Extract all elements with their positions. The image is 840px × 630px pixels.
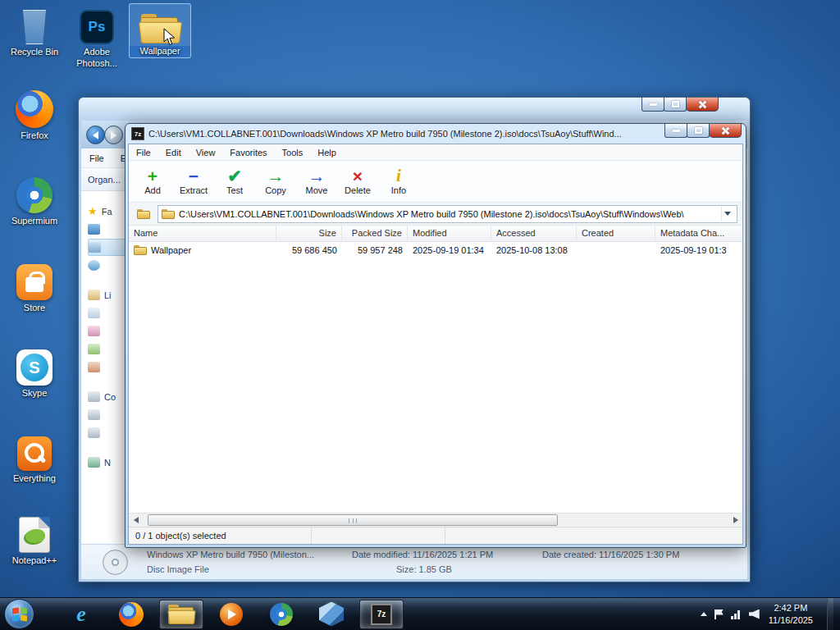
mouse-cursor (163, 28, 176, 46)
desktop-icon-wallpaper[interactable]: Wallpaper (129, 3, 191, 58)
taskbar-media-player[interactable] (209, 600, 253, 629)
menu-edit[interactable]: Edit (158, 148, 189, 158)
nav-pictures[interactable] (88, 340, 127, 358)
test-button[interactable]: ✔ Test (216, 162, 253, 200)
nav-computer[interactable]: Co (88, 388, 127, 405)
desktop-icon-store[interactable]: Store (3, 261, 66, 314)
scroll-right-button[interactable] (728, 514, 742, 527)
scrollbar-track[interactable] (143, 514, 728, 527)
maximize-button[interactable] (687, 124, 710, 138)
add-button[interactable]: + Add (134, 162, 171, 200)
nav-label: N (104, 458, 111, 468)
firefox-icon (16, 90, 53, 128)
menu-tools[interactable]: Tools (275, 148, 311, 158)
address-bar[interactable]: C:\Users\VM1.COLLABNET.001\Downloads\Win… (158, 205, 737, 223)
organize-button[interactable]: Organ... (81, 175, 127, 185)
desktop-icon-label: Store (4, 303, 65, 314)
column-accessed[interactable]: Accessed (491, 226, 577, 241)
7zip-titlebar[interactable]: 7z C:\Users\VM1.COLLABNET.001\Downloads\… (128, 124, 743, 144)
7zip-file-list: Name Size Packed Size Modified Accessed … (129, 226, 742, 527)
minimize-button[interactable] (664, 124, 687, 138)
nav-downloads-selected[interactable] (88, 239, 127, 256)
explorer-folder-icon (168, 605, 194, 624)
list-empty-area (129, 258, 742, 513)
move-button[interactable]: → Move (298, 162, 336, 200)
nav-recent[interactable] (88, 257, 127, 274)
nav-network[interactable]: N (88, 454, 127, 471)
taskbar-clock[interactable]: 2:42 PM 11/16/2025 (767, 602, 819, 627)
up-one-level-button[interactable] (134, 205, 153, 222)
copy-button[interactable]: → Copy (257, 162, 294, 200)
desktop-icon-label: Skype (4, 388, 65, 399)
desktop-icon-photoshop[interactable]: Ps Adobe Photosh... (66, 5, 128, 70)
taskbar-virtualbox[interactable] (309, 600, 354, 629)
nav-drive-c[interactable] (88, 406, 127, 423)
column-name[interactable]: Name (129, 226, 276, 241)
minimize-button[interactable] (641, 98, 664, 112)
desktop-icon-notepadpp[interactable]: Notepad++ (3, 514, 66, 567)
desktop-icon-label: Recycle Bin (4, 47, 65, 58)
videos-icon (88, 362, 100, 372)
column-modified[interactable]: Modified (408, 226, 491, 241)
column-size[interactable]: Size (276, 226, 342, 241)
nav-videos[interactable] (88, 358, 127, 376)
taskbar-firefox[interactable] (109, 600, 153, 629)
nav-libraries[interactable]: Li (88, 286, 127, 304)
7zip-toolbar: + Add − Extract ✔ Test → Copy → Move (129, 161, 742, 203)
maximize-button[interactable] (664, 98, 687, 112)
desktop-icon-label: Everything (4, 473, 65, 485)
nav-music[interactable] (88, 322, 127, 340)
taskbar-7zip[interactable]: 7z (359, 600, 404, 629)
column-created[interactable]: Created (577, 226, 655, 241)
folder-icon (162, 209, 175, 219)
desktop-icon-label: Wallpaper (130, 46, 190, 57)
taskbar-explorer[interactable] (159, 600, 203, 629)
computer-icon (88, 391, 100, 402)
delete-button[interactable]: × Delete (339, 162, 377, 200)
close-button[interactable] (686, 98, 719, 112)
globe-icon (270, 603, 293, 626)
menu-view[interactable]: View (189, 148, 223, 158)
forward-button[interactable] (104, 126, 123, 144)
nav-drive-d[interactable] (88, 424, 127, 441)
menu-file[interactable]: File (81, 153, 112, 163)
desktop-icon-supermium[interactable]: Supermium (3, 174, 66, 227)
libraries-icon (88, 290, 100, 300)
extract-button[interactable]: − Extract (175, 162, 212, 200)
minimize-icon (673, 130, 680, 132)
close-icon (721, 126, 730, 135)
close-button[interactable] (709, 124, 742, 138)
arrow-right-icon (733, 517, 738, 523)
taskbar-supermium[interactable] (259, 600, 304, 629)
desktop-icon-everything[interactable]: Everything (3, 431, 66, 485)
menu-file[interactable]: File (129, 148, 158, 158)
network-icon[interactable] (731, 609, 742, 619)
info-button[interactable]: i Info (380, 162, 418, 200)
menu-help[interactable]: Help (310, 148, 344, 158)
drive-icon (88, 427, 100, 438)
show-desktop-button[interactable] (827, 598, 833, 630)
address-dropdown-button[interactable] (721, 207, 733, 221)
horizontal-scrollbar[interactable] (129, 513, 742, 527)
taskbar-internet-explorer[interactable]: e (59, 600, 103, 629)
volume-icon[interactable] (749, 609, 760, 619)
scrollbar-thumb[interactable] (148, 514, 558, 526)
action-center-icon[interactable] (714, 609, 724, 619)
nav-documents[interactable] (88, 304, 127, 322)
desktop-icon-firefox[interactable]: Firefox (3, 89, 66, 142)
column-metadata-changed[interactable]: Metadata Cha... (655, 226, 742, 241)
maximize-icon (672, 101, 679, 107)
column-packed-size[interactable]: Packed Size (342, 226, 408, 241)
desktop-icon-label: Supermium (4, 216, 65, 227)
desktop-icon-recycle-bin[interactable]: Recycle Bin (3, 5, 66, 58)
desktop-icon-skype[interactable]: S Skype (3, 346, 66, 399)
start-button[interactable] (4, 599, 34, 629)
back-button[interactable] (86, 126, 105, 144)
show-hidden-icons-button[interactable] (701, 612, 707, 616)
menu-favorites[interactable]: Favorites (222, 148, 274, 158)
nav-favorites[interactable]: ★ Fa (88, 203, 127, 220)
scroll-left-button[interactable] (129, 514, 143, 527)
file-row-wallpaper[interactable]: Wallpaper 59 686 450 59 957 248 2025-09-… (129, 242, 742, 258)
nav-desktop[interactable] (88, 221, 127, 238)
7zip-window-controls (665, 124, 742, 138)
